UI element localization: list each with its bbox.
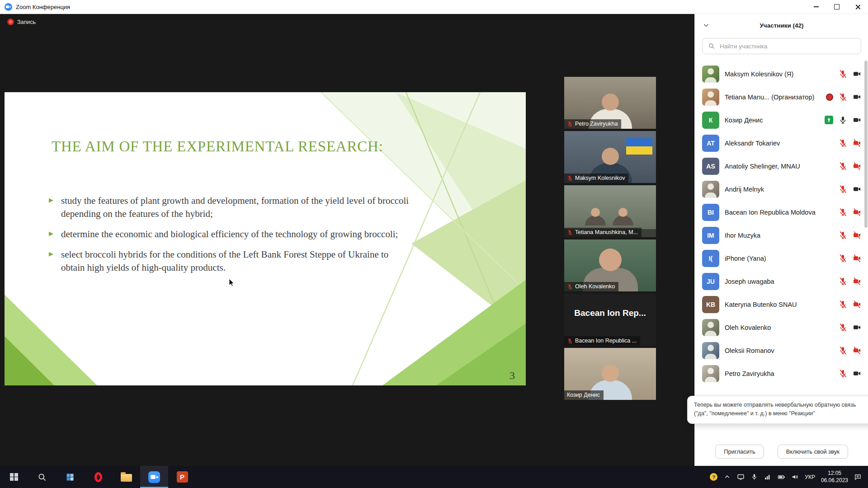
search-box[interactable] [702, 38, 861, 54]
zoom-logo-icon [5, 3, 12, 11]
opera-icon [94, 472, 102, 482]
participant-row[interactable]: ASAnatoliy Shelinger, MNAU [695, 155, 868, 178]
zoom-taskbar-button[interactable] [140, 466, 168, 488]
slide-bullet: study the features of plant growth and d… [49, 194, 410, 221]
participant-name: Ihor Muzyka [725, 232, 835, 239]
mic-muted-icon [839, 162, 847, 170]
maximize-button[interactable] [826, 0, 847, 14]
avatar-photo [702, 342, 719, 359]
screen-share-badge [825, 116, 833, 124]
mic-muted-icon [839, 185, 847, 193]
search-input[interactable] [719, 42, 855, 50]
participant-name: Bacean Ion Republica Moldova [725, 209, 835, 216]
help-icon[interactable] [710, 473, 717, 481]
search-icon [38, 473, 47, 482]
mic-muted-icon [839, 231, 847, 239]
ukraine-flag [626, 138, 652, 155]
participant-status-icons [839, 369, 861, 378]
avatar-photo [702, 89, 719, 106]
battery-icon[interactable] [778, 473, 785, 481]
slide-title: THE AIM OF THE EXPERIMENTAL RESEARCH: [52, 138, 383, 155]
powerpoint-button[interactable] [168, 466, 196, 488]
participant-row[interactable]: ККозир Денис [695, 108, 868, 131]
camera-on-icon [853, 185, 861, 193]
display-icon[interactable] [737, 473, 745, 481]
close-button[interactable] [847, 0, 868, 14]
participant-status-icons [839, 231, 861, 239]
camera-off-icon [853, 300, 861, 309]
camera-off-icon [853, 346, 861, 355]
camera-on-icon [853, 116, 861, 124]
participant-row[interactable]: JUJoseph uwagaba [695, 270, 868, 293]
participant-row[interactable]: BIBacean Ion Republica Moldova [695, 201, 868, 224]
clock[interactable]: 12:05 06.06.2023 [821, 470, 848, 484]
invite-button[interactable]: Пригласить [715, 445, 764, 459]
mouse-cursor [229, 278, 235, 286]
participant-row[interactable]: Andrij Melnyk [695, 178, 868, 201]
participant-row[interactable]: Petro Zaviryukha [695, 362, 868, 385]
participant-row[interactable]: Oleksii Romanov [695, 339, 868, 362]
video-tile[interactable]: Maksym Kolesnikov [564, 131, 656, 183]
participant-name: Petro Zaviryukha [725, 370, 835, 377]
opera-button[interactable] [84, 466, 112, 488]
slide-bullet: determine the economic and biological ef… [49, 228, 410, 241]
taskbar: УКР 12:05 06.06.2023 [0, 466, 868, 488]
participant-row[interactable]: I(iPhone (Yana) [695, 247, 868, 270]
avatar-initials: AT [702, 135, 719, 152]
participant-name: iPhone (Yana) [725, 255, 835, 262]
camera-on-icon [853, 323, 861, 332]
network-icon[interactable] [764, 473, 772, 481]
participant-name: Козир Денис [725, 117, 821, 124]
participant-row[interactable]: IMIhor Muzyka [695, 224, 868, 247]
zoom-window: Zoom Конференция Запись [0, 0, 868, 488]
toast-text: Теперь вы можете отправлять невербальную… [694, 401, 863, 418]
tile-display-name: Bacean Ion Rep... [568, 308, 652, 318]
unmute-button[interactable]: Включить свой звук [778, 445, 848, 459]
zoom-app-icon [148, 471, 160, 483]
participant-status-icons [839, 300, 861, 309]
recording-label: Запись [17, 19, 36, 25]
action-center-icon[interactable] [854, 473, 862, 481]
feedback-toast: Теперь вы можете отправлять невербальную… [687, 396, 868, 424]
maximize-icon [834, 4, 840, 9]
participant-row[interactable]: Maksym Kolesnikov (Я) [695, 62, 868, 85]
avatar-photo [702, 181, 719, 198]
participant-status-icons [825, 116, 861, 124]
search-icon [708, 42, 715, 50]
speaker-icon[interactable] [791, 473, 799, 481]
video-tile[interactable]: Oleh Kovalenko [564, 239, 656, 291]
tile-participant-name: Козир Денис [567, 392, 600, 398]
chevron-down-icon[interactable] [702, 21, 710, 29]
scrollbar[interactable] [864, 61, 868, 228]
video-tile[interactable]: Козир Денис [564, 348, 656, 400]
participant-status-icons [839, 208, 861, 216]
pinned-app-button[interactable] [56, 466, 84, 488]
camera-off-icon [853, 208, 861, 216]
taskbar-search-button[interactable] [28, 466, 56, 488]
participant-row[interactable]: Oleh Kovalenko [695, 316, 868, 339]
mic-muted-icon [839, 300, 847, 309]
slide-page-number: 3 [509, 370, 515, 382]
tray-mic-icon[interactable] [750, 473, 758, 481]
start-button[interactable] [0, 466, 28, 488]
video-tile[interactable]: Petro Zaviryukha [564, 77, 656, 129]
minimize-button[interactable] [806, 0, 826, 14]
tray-chevron-up-icon[interactable] [723, 473, 731, 481]
mic-muted-icon [839, 346, 847, 355]
video-tile[interactable]: Tetiana Manushkina, M... [564, 185, 656, 237]
system-tray: УКР 12:05 06.06.2023 [710, 466, 868, 488]
participant-row[interactable]: Tetiana Manu... (Организатор) [695, 85, 868, 108]
file-explorer-button[interactable] [112, 466, 140, 488]
video-tile[interactable]: Bacean Ion Rep...Bacean Ion Republica ..… [564, 294, 656, 346]
language-indicator[interactable]: УКР [805, 474, 815, 480]
participant-status-icons [839, 254, 861, 263]
avatar-photo [702, 66, 719, 83]
tile-name-label: Bacean Ion Republica ... [564, 336, 640, 346]
participant-row[interactable]: KBKateryna Butenko SNAU [695, 293, 868, 316]
participants-title: Участники (42) [760, 22, 803, 29]
recording-indicator[interactable]: Запись [7, 19, 36, 25]
avatar-initials: IM [702, 227, 719, 244]
participant-row[interactable]: ATAleksandr Tokariev [695, 131, 868, 155]
avatar-initials: KB [702, 296, 719, 313]
tile-participant-name: Tetiana Manushkina, M... [575, 229, 638, 235]
